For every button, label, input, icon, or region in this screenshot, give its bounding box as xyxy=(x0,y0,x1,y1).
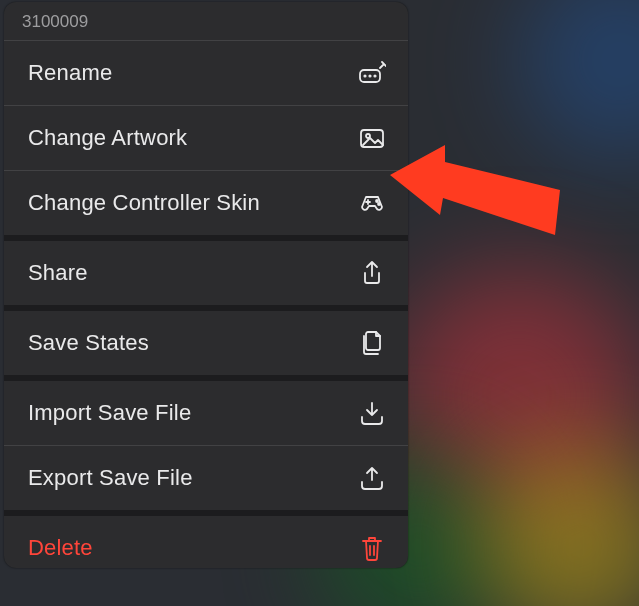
menu-item-label: Share xyxy=(28,260,88,286)
menu-item-label: Rename xyxy=(28,60,112,86)
menu-item-share[interactable]: Share xyxy=(4,241,408,305)
documents-icon xyxy=(358,329,386,357)
menu-title: 3100009 xyxy=(4,2,408,40)
menu-item-label: Delete xyxy=(28,535,93,561)
context-menu: 3100009 Rename Change Artwork Change Con… xyxy=(4,2,408,568)
menu-item-change-controller-skin[interactable]: Change Controller Skin xyxy=(4,171,408,235)
svg-point-1 xyxy=(364,75,365,76)
menu-item-rename[interactable]: Rename xyxy=(4,41,408,105)
menu-item-label: Save States xyxy=(28,330,149,356)
menu-item-label: Change Artwork xyxy=(28,125,187,151)
svg-point-7 xyxy=(378,203,380,205)
download-tray-icon xyxy=(358,399,386,427)
share-icon xyxy=(358,259,386,287)
menu-item-label: Export Save File xyxy=(28,465,193,491)
svg-point-6 xyxy=(376,200,378,202)
gamepad-icon xyxy=(358,189,386,217)
menu-item-label: Change Controller Skin xyxy=(28,190,260,216)
menu-item-label: Import Save File xyxy=(28,400,191,426)
upload-tray-icon xyxy=(358,464,386,492)
svg-point-3 xyxy=(374,75,375,76)
menu-item-delete[interactable]: Delete xyxy=(4,516,408,568)
menu-item-import-save-file[interactable]: Import Save File xyxy=(4,381,408,445)
image-icon xyxy=(358,124,386,152)
trash-icon xyxy=(358,534,386,562)
rename-icon xyxy=(358,59,386,87)
menu-item-change-artwork[interactable]: Change Artwork xyxy=(4,106,408,170)
menu-item-save-states[interactable]: Save States xyxy=(4,311,408,375)
menu-item-export-save-file[interactable]: Export Save File xyxy=(4,446,408,510)
svg-point-2 xyxy=(369,75,370,76)
